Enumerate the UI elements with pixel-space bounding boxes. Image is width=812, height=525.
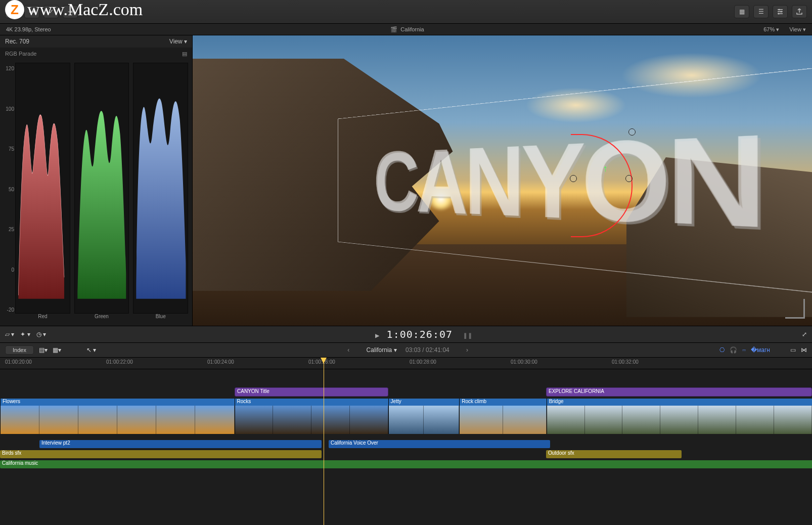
index-button[interactable]: Index (5, 345, 34, 355)
clip-label: Rocks (235, 399, 388, 406)
timeline-prev-icon[interactable]: ‹ (347, 346, 349, 354)
audio-clip[interactable]: Interview pt2 (39, 440, 322, 448)
video-clip[interactable]: Flowers (0, 399, 235, 434)
skimming-icon[interactable]: ⎔ (719, 346, 725, 354)
ruler-tick: 01:00:32:00 (612, 359, 639, 365)
ruler-tick: 01:00:30:00 (511, 359, 537, 365)
viewer-canvas[interactable]: CANYON ↑ (193, 35, 812, 326)
fullscreen-icon[interactable]: ⤢ (802, 331, 807, 338)
playhead[interactable] (324, 358, 324, 525)
scope-settings-icon[interactable]: ▤ (182, 51, 187, 57)
solo-icon[interactable]: ⎓ (742, 346, 746, 354)
watermark-z-icon: Z (5, 0, 24, 19)
video-scopes-panel: Rec. 709 View ▾ RGB Parade ▤ 12010075502… (0, 35, 193, 326)
play-icon[interactable]: ▶ (375, 331, 380, 339)
timeline-tool2-icon[interactable]: ⋈ (801, 346, 807, 354)
clapper-icon: 🎬 (390, 26, 397, 33)
svg-point-1 (781, 11, 782, 13)
parade-green-channel (74, 63, 129, 314)
project-title: California (400, 26, 424, 32)
clip-appearance-dropdown[interactable]: ▤▾ (39, 346, 48, 354)
scopes-header: Rec. 709 View ▾ (0, 35, 192, 48)
audio-clip[interactable]: California Voice Over (329, 440, 550, 448)
main-area: Rec. 709 View ▾ RGB Parade ▤ 12010075502… (0, 35, 812, 326)
svg-point-2 (778, 13, 780, 15)
audio-skimming-icon[interactable]: 🎧 (730, 346, 737, 354)
primary-storyline[interactable]: FlowersRocksJettyRock climbBridge (0, 399, 812, 434)
audio-clip[interactable]: Outdoor sfx (546, 450, 682, 458)
title-clip[interactable]: CANYON Title (235, 387, 388, 397)
snapping-icon[interactable]: �магн (751, 346, 770, 354)
video-clip[interactable]: Bridge (547, 399, 812, 434)
timeline-toolbar: Index ▤▾ ▦▾ ↖ ▾ ‹ California ▾ 03:03 / 0… (0, 343, 812, 358)
ruler-tick: 01:00:28:00 (410, 359, 436, 365)
ruler-tick: 01:00:24:00 (207, 359, 234, 365)
timeline-position-label: 03:03 / 02:41:04 (405, 346, 449, 354)
video-clip[interactable]: Jetty (388, 399, 460, 434)
timeline-ruler[interactable]: 01:00:20:00 01:00:22:00 01:00:24:00 01:0… (0, 358, 812, 369)
transport-bar: ▱ ▾ ✦ ▾ ◷ ▾ ▶ 1:00:26:07 ❚❚ ⤢ (0, 326, 812, 343)
share-button[interactable] (792, 5, 807, 18)
parade-red-channel (15, 63, 70, 314)
clip-appearance-button[interactable]: ▦ (734, 5, 749, 18)
control-handle[interactable] (570, 175, 577, 182)
scope-mode-label: RGB Parade (5, 51, 36, 57)
clip-view-dropdown[interactable]: ▦▾ (53, 346, 61, 354)
clip-label: Flowers (1, 399, 235, 406)
viewer-view-dropdown[interactable]: View ▾ (789, 26, 806, 33)
ruler-tick: 01:00:22:00 (106, 359, 133, 365)
color-space-label: Rec. 709 (5, 38, 29, 45)
title-clip[interactable]: EXPLORE CALIFORNIA (546, 387, 812, 397)
video-clip[interactable]: Rock climb (459, 399, 546, 434)
control-handle[interactable] (625, 175, 633, 182)
parade-y-axis: 1201007550250-20 (1, 60, 14, 316)
video-clip[interactable]: Rocks (235, 399, 388, 434)
timeline-tool-icon[interactable]: ▭ (790, 346, 796, 354)
svg-point-0 (779, 9, 780, 11)
timeline-next-icon[interactable]: › (466, 346, 468, 354)
timeline[interactable]: 01:00:20:00 01:00:22:00 01:00:24:00 01:0… (0, 358, 812, 525)
inspector-button[interactable] (773, 5, 788, 18)
rgb-parade: 1201007550250-20 (0, 60, 192, 326)
project-info-bar: 4K 23.98p, Stereo 🎬 California 67% ▾ Vie… (0, 24, 812, 35)
pause-icon[interactable]: ❚❚ (463, 331, 473, 339)
resize-corner-icon[interactable] (785, 299, 805, 319)
parade-x-labels: RedGreenBlue (15, 314, 188, 323)
enhance-tool-dropdown[interactable]: ✦ ▾ (20, 331, 30, 338)
watermark-text: www.MacZ.com (27, 0, 143, 19)
select-tool-dropdown[interactable]: ↖ ▾ (86, 346, 96, 354)
scopes-view-dropdown[interactable]: View ▾ (169, 38, 187, 45)
clip-label: Bridge (547, 399, 812, 406)
parade-blue-channel (133, 63, 188, 314)
timecode-display[interactable]: 1:00:26:07 (387, 328, 453, 340)
clip-label: Rock climb (460, 399, 546, 406)
watermark-overlay: Z www.MacZ.com (5, 0, 143, 19)
y-axis-gizmo[interactable]: ↑ (603, 163, 608, 174)
list-view-button[interactable]: ☰ (753, 5, 769, 18)
audio-clip[interactable]: Birds sfx (0, 450, 322, 458)
clip-label: Jetty (389, 399, 460, 406)
control-handle[interactable] (628, 128, 636, 136)
format-label: 4K 23.98p, Stereo (6, 26, 51, 32)
ruler-tick: 01:00:20:00 (5, 359, 32, 365)
audio-clip[interactable]: California music (0, 460, 812, 468)
zoom-dropdown[interactable]: 67% ▾ (763, 26, 779, 33)
transform-tool-dropdown[interactable]: ▱ ▾ (5, 331, 14, 338)
timeline-project-dropdown[interactable]: California ▾ (367, 346, 397, 354)
retime-tool-dropdown[interactable]: ◷ ▾ (36, 331, 46, 338)
